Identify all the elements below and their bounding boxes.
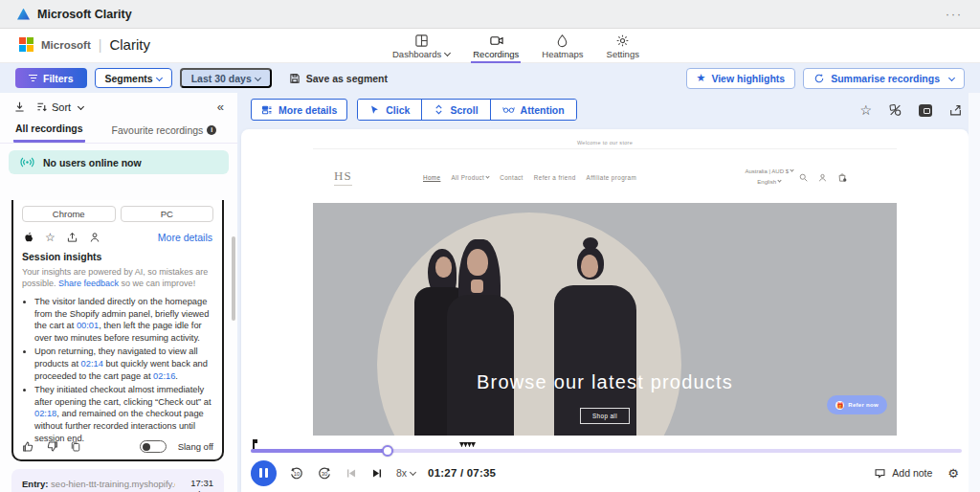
search-icon[interactable] <box>799 173 808 182</box>
share-feedback-link[interactable]: Share feedback <box>58 279 119 288</box>
nav-label: Settings <box>607 49 639 59</box>
view-highlights-button[interactable]: ★ View highlights <box>686 68 796 89</box>
account-icon[interactable] <box>818 173 827 182</box>
site-nav-affiliate[interactable]: Affiliate program <box>587 174 637 181</box>
previous-session-button[interactable] <box>345 467 358 480</box>
pause-button[interactable] <box>251 460 277 486</box>
click-event-markers[interactable] <box>459 442 475 447</box>
thumbs-up-icon[interactable] <box>22 440 34 453</box>
chevron-down-icon <box>255 75 261 81</box>
entry-line: Entry: seo-hien-ttt-training.myshopify.c… <box>22 478 175 491</box>
overflow-menu-icon[interactable]: ··· <box>946 8 963 21</box>
save-as-segment-button[interactable]: Save as segment <box>289 73 388 84</box>
window-titlebar: Microsoft Clarity ··· <box>0 0 980 29</box>
playback-speed-dropdown[interactable]: 8x <box>396 467 415 479</box>
time-display: 01:27 / 07:35 <box>428 467 496 479</box>
timestamp-link[interactable]: 02:16 <box>153 371 175 381</box>
skip-back-10-button[interactable]: 10 <box>289 465 304 481</box>
slang-toggle[interactable] <box>140 440 167 453</box>
timeline-scrubber-thumb[interactable] <box>382 445 393 457</box>
filters-button[interactable]: Filters <box>15 68 87 88</box>
favourite-star-icon[interactable]: ☆ <box>45 231 56 244</box>
recordings-icon <box>489 34 503 48</box>
site-header-icons <box>799 172 847 182</box>
click-mode-button[interactable]: Click <box>358 100 421 120</box>
download-icon[interactable] <box>13 101 26 113</box>
locale-selector: Australia | AUD $ <box>745 167 793 177</box>
site-nav-contact[interactable]: Contact <box>500 174 523 181</box>
click-cursor-icon <box>369 104 380 115</box>
tab-all-recordings[interactable]: All recordings <box>13 119 85 143</box>
copy-icon[interactable] <box>70 440 81 453</box>
refer-now-button[interactable]: 🎁 Refer now <box>827 395 887 414</box>
hero-models-photo <box>313 203 897 436</box>
player-action-icons: ☆ <box>859 102 963 118</box>
filter-bar: Filters Segments Last 30 days Save as se… <box>0 63 980 93</box>
timeline-start-flag-marker[interactable] <box>251 439 257 449</box>
site-nav-home[interactable]: Home <box>423 174 440 181</box>
sidebar-toolbar: Sort « <box>0 93 237 119</box>
settings-gear-icon <box>615 34 630 48</box>
heatmaps-icon <box>555 34 569 48</box>
sort-dropdown[interactable]: Sort <box>35 101 83 113</box>
insights-feedback-row: Slang off <box>22 440 213 453</box>
primary-nav: Dashboards Recordings Heatmaps Settings <box>390 31 641 63</box>
nav-dashboards[interactable]: Dashboards <box>390 31 452 63</box>
nav-heatmaps[interactable]: Heatmaps <box>540 31 585 63</box>
nav-recordings[interactable]: Recordings <box>471 31 521 63</box>
summarise-sparkle-icon <box>813 73 825 84</box>
device-chip[interactable]: PC <box>121 206 214 222</box>
timestamp-link[interactable]: 02:18 <box>34 409 56 418</box>
cart-bag-icon[interactable] <box>837 172 847 182</box>
labels-icon[interactable] <box>888 103 902 117</box>
live-banner-text: No users online now <box>43 157 142 168</box>
session-datetime: 17:31 Feb. 4 <box>188 478 213 492</box>
skip-forward-30-button[interactable]: 30 <box>317 465 332 481</box>
insight-bullet: The visitor landed directly on the homep… <box>34 296 213 344</box>
site-announcement-bar: Welcome to our store <box>313 136 897 149</box>
site-locale-selectors[interactable]: Australia | AUD $ English <box>745 167 793 188</box>
date-range-dropdown[interactable]: Last 30 days <box>180 68 272 88</box>
timeline-progress <box>251 449 388 453</box>
shop-all-button[interactable]: Shop all <box>580 408 630 424</box>
chevron-down-icon <box>156 75 163 81</box>
selected-recording-card[interactable]: Chrome PC ☆ More details Session insight… <box>11 200 224 461</box>
sort-icon <box>35 101 48 113</box>
chevron-down-icon <box>444 50 451 56</box>
site-nav-all-product[interactable]: All Product <box>451 174 489 181</box>
more-details-button[interactable]: More details <box>251 99 347 121</box>
add-note-button[interactable]: Add note <box>874 467 932 480</box>
ai-disclaimer: Your insights are powered by AI, so mist… <box>22 266 213 289</box>
tab-favourite-recordings[interactable]: Favourite recordings i <box>110 119 219 143</box>
scroll-mode-button[interactable]: Scroll <box>421 100 489 120</box>
favourite-star-icon[interactable]: ☆ <box>859 102 872 118</box>
heatmap-mode-group: Click Scroll Attention <box>357 99 576 121</box>
segments-dropdown[interactable]: Segments <box>95 68 172 88</box>
scroll-icon <box>434 104 444 115</box>
browser-chip[interactable]: Chrome <box>22 206 116 222</box>
more-details-link[interactable]: More details <box>158 232 212 243</box>
timestamp-link[interactable]: 00:01 <box>77 321 99 330</box>
next-session-button[interactable] <box>370 467 384 480</box>
brand-row: Microsoft | Clarity <box>19 36 150 53</box>
chevron-down-icon <box>948 75 955 81</box>
site-nav-refer[interactable]: Refer a friend <box>534 174 576 181</box>
timestamp-link[interactable]: 02:14 <box>81 359 103 369</box>
session-insights-title: Session insights <box>22 251 213 262</box>
collapse-panel-button[interactable]: « <box>217 100 224 114</box>
info-icon: i <box>207 125 216 135</box>
summarise-recordings-button[interactable]: Summarise recordings <box>803 68 965 89</box>
picture-in-picture-icon[interactable] <box>919 104 932 117</box>
nav-settings[interactable]: Settings <box>605 31 641 63</box>
sidebar-scrollbar[interactable] <box>232 236 235 321</box>
share-session-icon[interactable] <box>948 103 963 117</box>
next-session-card[interactable]: Entry: seo-hien-ttt-training.myshopify.c… <box>11 469 224 492</box>
playback-timeline[interactable] <box>251 445 962 457</box>
share-icon[interactable] <box>66 232 78 243</box>
replayed-website: Welcome to our store HS Home All Product… <box>313 136 897 436</box>
save-icon <box>289 73 301 84</box>
insights-bullet-list: The visitor landed directly on the homep… <box>34 296 213 444</box>
attention-mode-button[interactable]: Attention <box>490 100 576 120</box>
thumbs-down-icon[interactable] <box>46 440 58 453</box>
player-settings-gear-icon[interactable]: ⚙ <box>947 466 959 481</box>
